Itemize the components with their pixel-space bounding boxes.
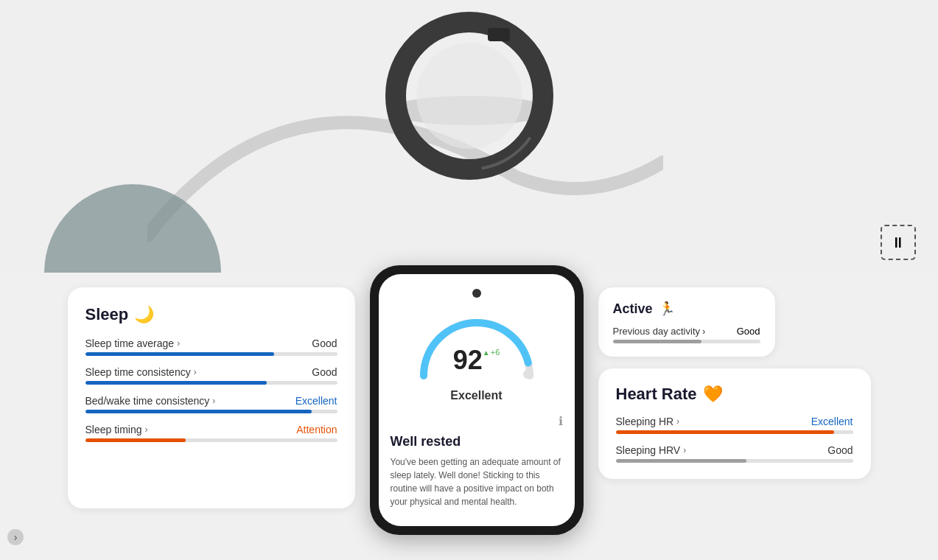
sleep-time-consistency-label: Sleep time consistency › — [85, 366, 197, 378]
previous-day-activity-bar — [613, 340, 760, 343]
chevron-icon-5: › — [702, 326, 705, 337]
well-rested-description: You've been getting an adequate amount o… — [391, 455, 563, 508]
sleep-time-consistency-bar — [85, 381, 337, 385]
sleep-time-consistency-fill — [85, 381, 267, 385]
right-cards: Active 🏃 Previous day activity › Good He… — [598, 287, 871, 479]
sleep-card: Sleep 🌙 Sleep time average › Good Sleep … — [68, 287, 355, 508]
ring-container — [374, 7, 565, 199]
score-delta: ▲ +6 — [483, 348, 500, 357]
sleep-score-number: 92 ▲ +6 — [453, 345, 500, 376]
chevron-icon-7: › — [683, 445, 686, 455]
info-icon[interactable]: ℹ — [559, 414, 563, 428]
heart-icon: 🧡 — [703, 385, 723, 404]
heart-rate-card: Heart Rate 🧡 Sleeping HR › Excellent Sle… — [598, 368, 871, 479]
chevron-icon: › — [177, 338, 180, 349]
sleep-timing-row[interactable]: Sleep timing › Attention — [85, 424, 337, 435]
phone-mockup: 92 ▲ +6 Excellent ℹ Well rested You've b… — [370, 265, 584, 535]
sleeping-hrv-value: Good — [827, 444, 853, 456]
chevron-icon-6: › — [676, 416, 679, 427]
chevron-icon-3: › — [212, 396, 215, 406]
sleep-score-gauge: 92 ▲ +6 — [410, 309, 543, 383]
previous-day-activity-row[interactable]: Previous day activity › Good — [613, 326, 760, 337]
scroll-down-icon: › — [14, 531, 18, 543]
sleep-timing-bar — [85, 438, 337, 442]
scroll-indicator[interactable]: › — [7, 529, 24, 545]
sleep-time-average-bar — [85, 352, 337, 356]
sleep-timing-fill — [85, 438, 186, 442]
sleeping-hr-label: Sleeping HR › — [616, 416, 680, 427]
sleep-time-average-label: Sleep time average › — [85, 337, 181, 349]
heart-rate-title-text: Heart Rate — [616, 385, 697, 404]
previous-day-activity-label: Previous day activity › — [613, 326, 706, 337]
previous-day-activity-value: Good — [737, 326, 760, 337]
sleeping-hrv-label: Sleeping HRV › — [616, 444, 687, 456]
sleep-time-consistency-value: Good — [312, 366, 337, 378]
svg-point-4 — [416, 43, 522, 149]
pause-icon: ⏸ — [891, 234, 906, 251]
score-label: Excellent — [450, 389, 502, 402]
sleep-time-average-fill — [85, 352, 275, 356]
sleeping-hrv-row[interactable]: Sleeping HRV › Good — [616, 444, 853, 456]
active-run-icon: 🏃 — [659, 301, 675, 317]
phone-container: 92 ▲ +6 Excellent ℹ Well rested You've b… — [370, 265, 584, 535]
background-top — [0, 0, 938, 273]
sleeping-hr-bar — [616, 430, 853, 434]
smart-ring-image — [374, 7, 565, 199]
active-title-text: Active — [613, 301, 653, 317]
sleep-timing-label: Sleep timing › — [85, 424, 148, 435]
bed-wake-consistency-bar — [85, 410, 337, 413]
sleeping-hrv-bar — [616, 459, 853, 463]
sleep-title-text: Sleep — [85, 305, 129, 324]
bed-wake-consistency-row[interactable]: Bed/wake time consistency › Excellent — [85, 395, 337, 407]
previous-day-activity-fill — [613, 340, 701, 343]
phone-camera — [472, 289, 481, 298]
active-card: Active 🏃 Previous day activity › Good — [598, 287, 775, 357]
sleep-time-average-row[interactable]: Sleep time average › Good — [85, 337, 337, 349]
bed-wake-consistency-label: Bed/wake time consistency › — [85, 395, 216, 407]
svg-point-5 — [523, 370, 532, 379]
sleep-timing-value: Attention — [296, 424, 337, 435]
bottom-area: Sleep 🌙 Sleep time average › Good Sleep … — [0, 273, 938, 560]
sleep-time-average-value: Good — [312, 337, 337, 349]
well-rested-title: Well rested — [391, 434, 461, 449]
phone-screen: 92 ▲ +6 Excellent ℹ Well rested You've b… — [379, 274, 575, 526]
chevron-icon-2: › — [194, 367, 197, 377]
sleeping-hr-value: Excellent — [811, 416, 853, 427]
svg-rect-3 — [488, 28, 510, 41]
sleep-time-consistency-row[interactable]: Sleep time consistency › Good — [85, 366, 337, 378]
pause-button[interactable]: ⏸ — [881, 225, 916, 260]
chevron-icon-4: › — [145, 424, 148, 435]
sleeping-hr-row[interactable]: Sleeping HR › Excellent — [616, 416, 853, 427]
bed-wake-consistency-fill — [85, 410, 312, 413]
sleep-moon-icon: 🌙 — [134, 305, 154, 324]
sleep-card-title: Sleep 🌙 — [85, 305, 337, 324]
active-card-title: Active 🏃 — [613, 301, 760, 317]
heart-rate-card-title: Heart Rate 🧡 — [616, 385, 853, 404]
sleeping-hrv-fill — [616, 459, 746, 463]
sleeping-hr-fill — [616, 430, 834, 434]
bed-wake-consistency-value: Excellent — [295, 395, 337, 407]
